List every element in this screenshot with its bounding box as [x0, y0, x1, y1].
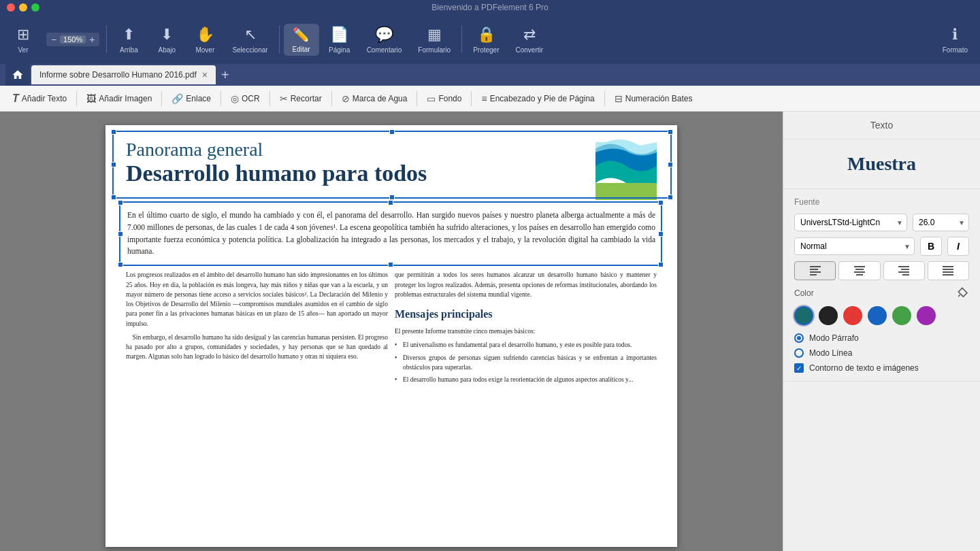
svg-rect-8	[856, 274, 863, 276]
font-style-wrapper: Normal Bold Italic Bold Italic ▼	[794, 237, 915, 255]
pdf-area[interactable]: Panorama general Desarrollo humano para …	[0, 112, 783, 551]
fondo-button[interactable]: ▭ Fondo	[420, 90, 468, 107]
font-style-row: Normal Bold Italic Bold Italic ▼ B I	[794, 237, 969, 256]
selection-handle-tr[interactable]	[668, 129, 673, 135]
mode-parrafo-row: Modo Párrafo	[794, 333, 969, 343]
close-window-button[interactable]	[7, 3, 15, 12]
edit-separator-6	[416, 91, 417, 106]
align-right-button[interactable]	[883, 261, 925, 280]
toolbar-arriba[interactable]: ⬆ Arriba	[111, 23, 146, 56]
home-button[interactable]	[5, 64, 30, 86]
traffic-lights	[7, 3, 39, 12]
formato-icon: ℹ	[952, 26, 958, 44]
ocr-button[interactable]: ◎ OCR	[224, 90, 267, 107]
svg-rect-10	[901, 269, 909, 270]
zoom-input[interactable]	[60, 35, 86, 44]
color-swatch-purple[interactable]	[917, 306, 936, 325]
enlace-button[interactable]: 🔗 Enlace	[165, 90, 218, 107]
sel-para-ml[interactable]	[118, 231, 123, 237]
pdf-column-1: Los progresos realizados en el ámbito de…	[126, 270, 388, 387]
color-swatch-red[interactable]	[843, 306, 862, 325]
selection-handle-br[interactable]	[668, 195, 673, 200]
toolbar-formulario[interactable]: ▦ Formulario	[411, 23, 457, 56]
tab-close-button[interactable]: ×	[202, 69, 208, 80]
pdf-col1-text2: Sin embargo, el desarrollo humano ha sid…	[126, 333, 388, 362]
toolbar-editar[interactable]: ✏️ Editar	[284, 24, 319, 56]
maximize-window-button[interactable]	[31, 3, 39, 12]
seleccionar-icon: ↖	[244, 26, 257, 44]
font-family-select[interactable]: UniversLTStd-LightCn Arial Times New Rom…	[794, 214, 907, 231]
bullet-item-2: • Diversos grupos de personas siguen suf…	[395, 353, 657, 373]
new-tab-button[interactable]: +	[221, 67, 229, 83]
sel-para-bc[interactable]	[388, 262, 393, 267]
align-center-icon	[854, 266, 865, 276]
fondo-label: Fondo	[438, 94, 461, 103]
toolbar-pagina-label: Página	[329, 46, 350, 54]
sel-para-bl[interactable]	[118, 262, 123, 267]
toolbar-pagina[interactable]: 📄 Página	[322, 23, 357, 56]
toolbar-convertir[interactable]: ⇄ Convertir	[509, 23, 551, 56]
document-tab[interactable]: Informe sobre Desarrollo Humano 2016.pdf…	[31, 65, 216, 84]
ocr-icon: ◎	[231, 93, 239, 104]
selection-handle-tl[interactable]	[111, 129, 116, 135]
color-swatch-blue[interactable]	[868, 306, 887, 325]
align-center-button[interactable]	[838, 261, 880, 280]
selection-handle-mr[interactable]	[668, 162, 673, 167]
toolbar-abajo[interactable]: ⬇ Abajo	[149, 23, 184, 56]
add-image-button[interactable]: 🖼 Añadir Imagen	[80, 90, 159, 107]
edit-separator-1	[76, 91, 77, 106]
zoom-minus-button[interactable]: −	[49, 34, 59, 45]
align-justify-button[interactable]	[928, 261, 969, 280]
color-swatch-black[interactable]	[819, 306, 838, 325]
svg-rect-15	[943, 271, 953, 273]
marca-agua-button[interactable]: ⊘ Marca de Agua	[335, 90, 414, 107]
alignment-row	[794, 261, 969, 280]
zoom-plus-button[interactable]: +	[87, 34, 97, 45]
minimize-window-button[interactable]	[19, 3, 27, 12]
right-panel-title: Texto	[783, 112, 980, 139]
color-swatch-green[interactable]	[892, 306, 911, 325]
mode-linea-radio[interactable]	[794, 348, 804, 358]
toolbar-proteger[interactable]: 🔒 Proteger	[466, 23, 506, 56]
toolbar-seleccionar[interactable]: ↖ Seleccionar	[225, 23, 274, 56]
toolbar-ver[interactable]: ⊞ Ver	[5, 23, 41, 56]
font-size-select[interactable]: 26.0 10.0 12.0 14.0	[913, 214, 969, 231]
mode-parrafo-radio[interactable]	[794, 333, 804, 343]
edit-separator-4	[270, 91, 270, 106]
align-left-button[interactable]	[794, 261, 836, 280]
svg-rect-2	[810, 269, 818, 270]
font-style-select[interactable]: Normal Bold Italic Bold Italic	[794, 237, 915, 255]
toolbar-formato[interactable]: ℹ Formato	[936, 23, 975, 56]
pdf-col1-text: Los progresos realizados en el ámbito de…	[126, 270, 388, 329]
color-swatch-teal[interactable]	[794, 306, 813, 325]
recortar-button[interactable]: ✂ Recortar	[273, 90, 329, 107]
contorno-checkbox[interactable]: ✓	[794, 363, 804, 373]
app-title: Bienvenido a PDFelement 6 Pro	[431, 3, 548, 12]
selection-handle-tc[interactable]	[389, 129, 395, 135]
numeracion-icon: ⊟	[615, 93, 623, 104]
toolbar-mover[interactable]: ✋ Mover	[187, 23, 223, 56]
selection-handle-bl[interactable]	[111, 195, 116, 200]
bullet-dot-2: •	[395, 353, 400, 373]
svg-rect-13	[943, 266, 953, 267]
toolbar-comentario[interactable]: 💬 Comentario	[360, 23, 409, 56]
sel-para-br[interactable]	[658, 262, 664, 267]
add-text-button[interactable]: T Añadir Texto	[5, 90, 74, 107]
sel-para-mr[interactable]	[658, 231, 664, 237]
align-justify-icon	[943, 266, 953, 276]
encabezado-button[interactable]: ≡ Encabezado y Pie de Página	[474, 90, 601, 107]
eyedropper-button[interactable]	[957, 286, 969, 301]
bullet-dot-1: •	[395, 340, 400, 350]
bullet-text-3: El desarrollo humano para todos exige la…	[403, 375, 633, 384]
numeracion-button[interactable]: ⊟ Numeración Bates	[608, 90, 700, 107]
encabezado-icon: ≡	[481, 93, 487, 104]
main-toolbar: ⊞ Ver − + ⬆ Arriba ⬇ Abajo ✋ Mover ↖ Sel…	[0, 15, 980, 64]
numeracion-label: Numeración Bates	[625, 94, 693, 103]
bold-button[interactable]: B	[920, 237, 942, 256]
italic-button[interactable]: I	[947, 237, 969, 256]
selection-handle-ml[interactable]	[111, 162, 116, 167]
font-family-row: UniversLTStd-LightCn Arial Times New Rom…	[794, 214, 969, 231]
toolbar-editar-label: Editar	[293, 46, 310, 53]
pdf-bullets: • El universalismo es fundamental para e…	[395, 340, 657, 384]
pdf-title-light: Panorama general	[126, 139, 427, 161]
